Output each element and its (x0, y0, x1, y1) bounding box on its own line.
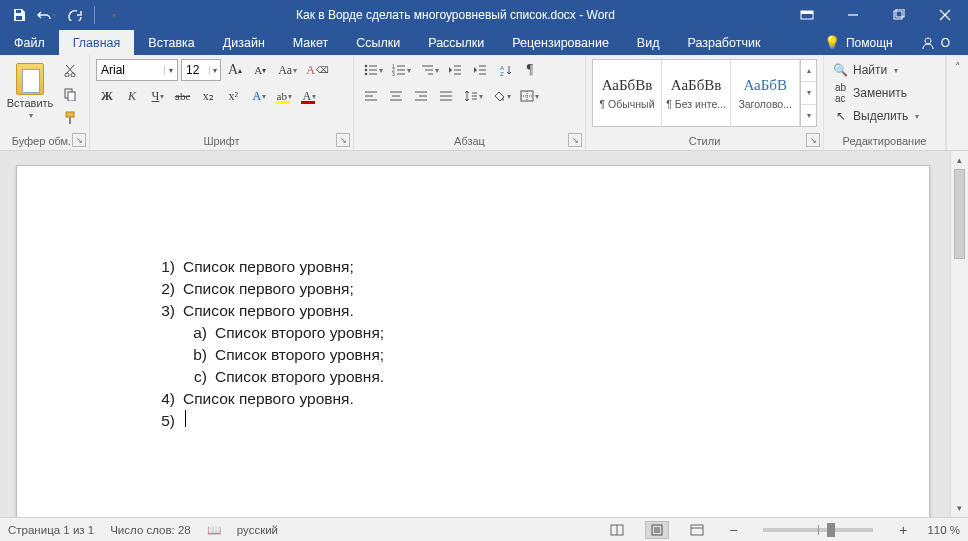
list-item[interactable]: c)Список второго уровня. (155, 366, 384, 388)
align-center-button[interactable] (385, 85, 407, 107)
font-size-combo[interactable]: ▾ (181, 59, 221, 81)
list-item[interactable]: b)Список второго уровня; (155, 344, 384, 366)
tab-layout[interactable]: Макет (279, 30, 342, 55)
change-case-button[interactable]: Aa▾ (274, 59, 299, 81)
increase-indent-button[interactable] (469, 59, 491, 81)
scroll-track[interactable] (951, 169, 968, 499)
proofing-icon[interactable]: 📖 (207, 523, 221, 537)
list-text[interactable]: Список первого уровня. (183, 388, 354, 410)
list-item[interactable]: 3)Список первого уровня. (155, 300, 384, 322)
save-button[interactable] (6, 3, 32, 27)
borders-button[interactable]: ▾ (516, 85, 541, 107)
tab-file[interactable]: Файл (0, 30, 59, 55)
grow-font-button[interactable]: A▴ (224, 59, 246, 81)
decrease-indent-button[interactable] (444, 59, 466, 81)
page[interactable]: 1)Список первого уровня;2)Список первого… (16, 165, 930, 517)
style-normal[interactable]: АаБбВв ¶ Обычный (593, 60, 662, 126)
paste-button[interactable]: Вставить ▾ (6, 59, 54, 127)
document-content[interactable]: 1)Список первого уровня;2)Список первого… (155, 256, 384, 432)
clear-formatting-button[interactable]: A⌫ (302, 59, 333, 81)
list-item[interactable]: a)Список второго уровня; (155, 322, 384, 344)
view-web-layout[interactable] (685, 521, 709, 539)
scroll-up[interactable]: ▴ (951, 151, 968, 169)
bullets-button[interactable]: ▾ (360, 59, 385, 81)
zoom-out-button[interactable]: − (725, 522, 741, 538)
undo-button[interactable]: ▾ (34, 3, 60, 27)
paragraph-launcher[interactable]: ↘ (568, 133, 582, 147)
font-size-input[interactable] (182, 63, 209, 77)
highlight-button[interactable]: ab▾ (272, 85, 294, 107)
copy-button[interactable] (59, 83, 81, 105)
share-button[interactable]: О (907, 30, 968, 55)
scroll-thumb[interactable] (954, 169, 965, 259)
tell-me[interactable]: 💡Помощн (810, 30, 907, 55)
find-button[interactable]: 🔍Найти▾ (830, 59, 939, 81)
page-area[interactable]: 1)Список первого уровня;2)Список первого… (0, 151, 950, 517)
tab-insert[interactable]: Вставка (134, 30, 208, 55)
gallery-up[interactable]: ▴ (801, 60, 816, 82)
italic-button[interactable]: К (121, 85, 143, 107)
font-color-button[interactable]: A▾ (297, 85, 319, 107)
list-text[interactable]: Список второго уровня; (215, 344, 384, 366)
subscript-button[interactable]: x₂ (197, 85, 219, 107)
gallery-down[interactable]: ▾ (801, 82, 816, 104)
zoom-in-button[interactable]: + (895, 522, 911, 538)
clipboard-launcher[interactable]: ↘ (72, 133, 86, 147)
replace-button[interactable]: abacЗаменить (830, 82, 939, 104)
tab-home[interactable]: Главная (59, 30, 135, 55)
style-heading1[interactable]: АаБбВ Заголово... (731, 60, 800, 126)
bold-button[interactable]: Ж (96, 85, 118, 107)
align-left-button[interactable] (360, 85, 382, 107)
list-text[interactable]: Список первого уровня. (183, 300, 354, 322)
close-button[interactable] (922, 0, 968, 30)
list-item[interactable]: 4)Список первого уровня. (155, 388, 384, 410)
status-language[interactable]: русский (237, 524, 278, 536)
status-words[interactable]: Число слов: 28 (110, 524, 191, 536)
superscript-button[interactable]: x² (222, 85, 244, 107)
qat-customize[interactable]: ▾ (101, 3, 127, 27)
underline-button[interactable]: Ч▾ (146, 85, 168, 107)
styles-launcher[interactable]: ↘ (806, 133, 820, 147)
list-item[interactable]: 5) (155, 410, 384, 432)
line-spacing-button[interactable]: ▾ (460, 85, 485, 107)
maximize-button[interactable] (876, 0, 922, 30)
list-text[interactable]: Список первого уровня; (183, 278, 354, 300)
redo-button[interactable] (62, 3, 88, 27)
list-text[interactable]: Список второго уровня; (215, 322, 384, 344)
format-painter-button[interactable] (59, 107, 81, 129)
multilevel-button[interactable]: ▾ (416, 59, 441, 81)
status-page[interactable]: Страница 1 из 1 (8, 524, 94, 536)
text-effects-button[interactable]: A▾ (247, 85, 269, 107)
strikethrough-button[interactable]: abc (171, 85, 194, 107)
style-no-spacing[interactable]: АаБбВв ¶ Без инте... (662, 60, 731, 126)
select-button[interactable]: ↖Выделить▾ (830, 105, 939, 127)
gallery-more[interactable]: ▾ (801, 105, 816, 126)
list-item[interactable]: 1)Список первого уровня; (155, 256, 384, 278)
sort-button[interactable]: AZ (494, 59, 516, 81)
align-right-button[interactable] (410, 85, 432, 107)
vertical-scrollbar[interactable]: ▴ ▾ (950, 151, 968, 517)
minimize-button[interactable] (830, 0, 876, 30)
numbering-button[interactable]: 123▾ (388, 59, 413, 81)
list-item[interactable]: 2)Список первого уровня; (155, 278, 384, 300)
font-name-input[interactable] (97, 63, 164, 77)
zoom-level[interactable]: 110 % (927, 524, 960, 536)
list-text[interactable]: Список первого уровня; (183, 256, 354, 278)
zoom-slider[interactable] (763, 528, 873, 532)
scroll-down[interactable]: ▾ (951, 499, 968, 517)
styles-gallery[interactable]: АаБбВв ¶ Обычный АаБбВв ¶ Без инте... Аа… (592, 59, 817, 127)
collapse-ribbon-button[interactable]: ˄ (946, 55, 968, 150)
tab-view[interactable]: Вид (623, 30, 674, 55)
cut-button[interactable] (59, 59, 81, 81)
justify-button[interactable] (435, 85, 457, 107)
ribbon-display-options[interactable] (784, 0, 830, 30)
font-launcher[interactable]: ↘ (336, 133, 350, 147)
tab-references[interactable]: Ссылки (342, 30, 414, 55)
tab-design[interactable]: Дизайн (209, 30, 279, 55)
show-marks-button[interactable]: ¶ (519, 59, 541, 81)
view-print-layout[interactable] (645, 521, 669, 539)
list-text[interactable]: Список второго уровня. (215, 366, 384, 388)
tab-developer[interactable]: Разработчик (673, 30, 774, 55)
zoom-knob[interactable] (827, 523, 835, 537)
tab-review[interactable]: Рецензирование (498, 30, 623, 55)
